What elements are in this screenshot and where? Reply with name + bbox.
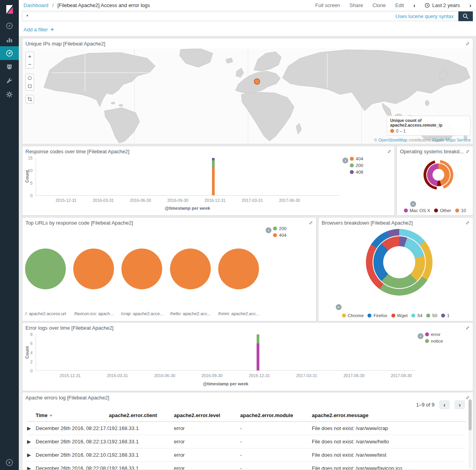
column-header-apache2-error-client[interactable]: apache2.error.client	[109, 410, 174, 422]
search-button[interactable]	[458, 11, 473, 21]
panel-title: Apache errors log [Filebeat Apache2]	[25, 395, 109, 401]
pie-chart-crap-apache2-acce[interactable]	[121, 249, 162, 289]
full-screen-button[interactable]: Full screen	[315, 2, 340, 8]
legend-toggle-icon[interactable]: ›	[418, 333, 424, 339]
clock-icon	[425, 3, 430, 8]
dashboard-gauge-icon	[5, 49, 13, 57]
row-expand-toggle[interactable]: ▶	[27, 422, 36, 435]
os-breakdown-donut[interactable]	[424, 160, 453, 190]
share-button[interactable]: Share	[349, 2, 363, 8]
zoom-in-button[interactable]: +	[25, 52, 34, 60]
pie-label: /hello: apache2.acc...	[166, 311, 215, 316]
sidebar-item-management[interactable]	[0, 87, 19, 101]
legend-swatch-icon	[441, 314, 445, 318]
legend-swatch-icon	[425, 339, 429, 343]
time-forward-button[interactable]: ›	[469, 2, 471, 8]
column-header-apache2-error-module[interactable]: apache2.error.module	[240, 410, 312, 422]
table-row[interactable]: ▶December 26th 2016, 08:22:17.000192.168…	[27, 422, 466, 435]
clone-button[interactable]: Clone	[373, 2, 386, 8]
legend-item-404[interactable]: 404	[350, 156, 363, 161]
legend-label: 1	[447, 313, 449, 318]
bar-segment-error[interactable]	[257, 343, 259, 370]
draw-polygon-button[interactable]	[25, 74, 34, 82]
fit-bounds-button[interactable]	[25, 95, 34, 103]
table-row[interactable]: ▶December 26th 2016, 08:22:13.000192.168…	[27, 435, 466, 448]
bar-stack[interactable]	[257, 334, 259, 370]
openstreetmap-link[interactable]: OpenStreetMap	[378, 138, 407, 142]
breadcrumb-dashboard-link[interactable]: Dashboard	[24, 2, 49, 8]
browsers-breakdown-donut[interactable]	[366, 229, 433, 296]
legend-item-firefox[interactable]: Firefox	[367, 313, 387, 318]
kibana-logo[interactable]	[0, 0, 19, 19]
table-cell: -	[240, 435, 312, 448]
bar-stack[interactable]	[212, 158, 215, 195]
legend-item-1[interactable]: 1	[441, 313, 449, 318]
row-expand-toggle[interactable]: ▶	[27, 448, 36, 462]
legend-swatch-icon	[350, 157, 354, 161]
collapse-nav-button[interactable]	[0, 457, 19, 468]
sidebar-item-dashboard[interactable]	[0, 46, 19, 60]
expand-panel-icon[interactable]	[465, 41, 471, 46]
legend-toggle-icon[interactable]: ›	[266, 227, 271, 233]
legend-item-notice[interactable]: notice	[425, 339, 443, 343]
legend-item-wget[interactable]: Wget	[391, 313, 408, 318]
sidebar-item-dev-tools[interactable]	[0, 74, 19, 87]
column-header-apache2-error-level[interactable]: apache2.error.level	[174, 410, 240, 422]
legend-item-error[interactable]: error	[425, 332, 443, 337]
legend-item-404[interactable]: 404	[273, 233, 286, 238]
bar-segment-notice[interactable]	[257, 334, 259, 343]
scrollbar-thumb[interactable]	[469, 399, 472, 430]
pie-chart-hello-apache2-acc[interactable]	[170, 249, 211, 289]
time-back-button[interactable]: ‹	[413, 2, 415, 8]
bar-segment-200[interactable]	[212, 160, 215, 168]
sidebar-item-timelion[interactable]	[0, 60, 19, 74]
x-axis: 2015-12-312016-03-312016-06-302016-09-30…	[36, 198, 339, 203]
query-input[interactable]	[22, 13, 395, 20]
legend-item-408[interactable]: 408	[350, 170, 363, 174]
column-header-apache2-error-message[interactable]: apache2.error.message	[312, 410, 466, 422]
plot-area[interactable]	[36, 158, 339, 196]
zoom-out-button[interactable]: −	[25, 60, 34, 69]
row-expand-toggle[interactable]: ▶	[27, 435, 36, 448]
legend-item-chrome[interactable]: Chrome	[342, 313, 364, 318]
draw-rectangle-button[interactable]	[25, 82, 34, 91]
pie-chart-apache2-access-url[interactable]	[25, 249, 66, 289]
elastic-maps-service-link[interactable]: Elastic Maps Service	[433, 138, 471, 142]
add-filter-button[interactable]: Add a filter +	[24, 26, 54, 33]
table-scrollbar[interactable]	[469, 399, 472, 468]
plot-area[interactable]	[36, 334, 416, 371]
legend-toggle-icon[interactable]: ›	[336, 304, 342, 310]
pie-chart-favicon-ico-apach[interactable]	[73, 249, 114, 289]
chart-legend: ChromeFirefoxWget54501	[319, 313, 473, 318]
breadcrumb-current-page: [Filebeat Apache2] Access and error logs	[57, 2, 150, 8]
table-row[interactable]: ▶December 26th 2016, 08:22:08.000192.168…	[27, 462, 466, 470]
bar-segment-404[interactable]	[212, 168, 215, 195]
legend-toggle-icon[interactable]: ›	[342, 158, 348, 163]
map-canvas[interactable]: + − Unique count of apache2.access.remot…	[22, 49, 473, 144]
legend-toggle-icon[interactable]: ›	[410, 201, 416, 207]
time-picker-button[interactable]: Last 2 years	[425, 2, 460, 8]
legend-item-other[interactable]: Other	[434, 208, 451, 213]
legend-item-54[interactable]: 54	[411, 313, 422, 318]
previous-page-button[interactable]: ‹	[439, 400, 450, 409]
expand-panel-icon[interactable]	[465, 220, 471, 225]
x-axis-title: @timestamp per week	[36, 206, 339, 211]
legend-item-50[interactable]: 50	[426, 313, 437, 318]
geo-point-marker[interactable]	[254, 78, 260, 85]
pie-chart-hmm-apache2-acc[interactable]	[218, 249, 259, 289]
edit-button[interactable]: Edit	[395, 2, 404, 8]
table-row[interactable]: ▶December 26th 2016, 08:22:10.000192.168…	[27, 448, 466, 462]
lucene-syntax-link[interactable]: Uses lucene query syntax	[395, 13, 454, 19]
sidebar-item-visualize[interactable]	[0, 33, 19, 46]
column-header-time[interactable]: Time	[36, 410, 109, 422]
legend-item-200[interactable]: 200	[273, 226, 286, 231]
legend-item-200[interactable]: 200	[350, 163, 363, 168]
sidebar-item-discover[interactable]	[0, 19, 19, 33]
legend-item-10[interactable]: 10	[455, 208, 466, 213]
row-expand-toggle[interactable]: ▶	[27, 462, 36, 470]
expand-panel-icon[interactable]	[465, 149, 471, 154]
legend-item-mac-os-x[interactable]: Mac OS X	[404, 208, 430, 213]
x-axis-tick-label: 2017-03-31	[242, 198, 263, 203]
panel-top-urls: Top URLs by response code [Filebeat Apac…	[22, 217, 317, 321]
next-page-button[interactable]: ›	[454, 400, 465, 409]
